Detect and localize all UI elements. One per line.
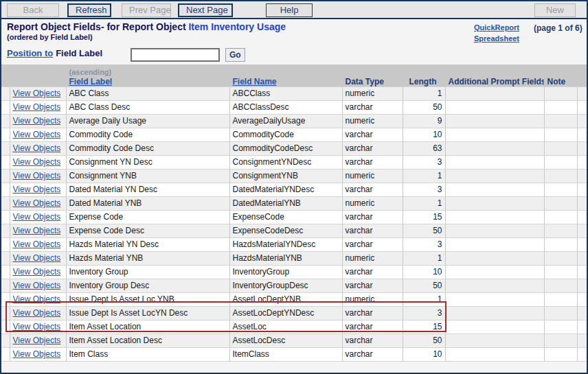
row-gutter-cell [1, 155, 10, 169]
length-cell: 1 [403, 251, 445, 265]
table-row: View ObjectsHazds Material YNBHazdsMater… [1, 251, 587, 265]
length-cell: 9 [403, 114, 445, 128]
view-objects-link[interactable]: View Objects [13, 102, 61, 112]
view-objects-link[interactable]: View Objects [13, 267, 61, 277]
view-objects-link[interactable]: View Objects [13, 281, 61, 290]
length-cell: 50 [403, 100, 445, 114]
field-label-cell: Issue Dept Is Asset Loc YNB [66, 292, 229, 306]
additional-prompt-fields-cell [445, 237, 544, 251]
quickreport-link[interactable]: QuickReport [474, 22, 529, 33]
view-objects-cell: View Objects [10, 100, 66, 114]
row-filler-cell [577, 210, 587, 224]
row-gutter-cell [1, 237, 10, 251]
view-objects-link[interactable]: View Objects [13, 322, 61, 331]
field-name-cell: DatedMaterialYNB [229, 196, 342, 210]
length-cell: 15 [403, 320, 445, 334]
refresh-button[interactable]: Refresh [67, 3, 111, 17]
data-type-cell: varchar [342, 347, 403, 361]
note-cell [544, 279, 577, 292]
field-name-cell: InventoryGroupDesc [229, 279, 342, 292]
table-row: View ObjectsItem Asset Location DescAsse… [1, 334, 587, 347]
position-to-link[interactable]: Position to [7, 48, 53, 58]
additional-prompt-fields-cell [445, 141, 544, 155]
view-objects-link[interactable]: View Objects [13, 185, 61, 194]
field-label-sort-link[interactable]: Field Label [69, 77, 113, 86]
spreadsheet-link[interactable]: Spreadsheet [474, 33, 529, 44]
go-button[interactable]: Go [225, 48, 245, 62]
header-filler [577, 65, 587, 86]
sort-ascending-indicator: (ascending) [69, 68, 227, 77]
view-objects-link[interactable]: View Objects [13, 294, 61, 304]
row-filler-cell [577, 347, 587, 361]
data-type-cell: numeric [342, 196, 403, 210]
view-objects-link[interactable]: View Objects [13, 253, 61, 263]
field-name-cell: HazdsMaterialYNB [229, 251, 342, 265]
additional-prompt-fields-cell [445, 169, 544, 183]
row-gutter-cell [1, 265, 10, 279]
note-cell [544, 320, 577, 334]
note-cell [544, 141, 577, 155]
data-type-cell: varchar [342, 237, 403, 251]
view-objects-cell: View Objects [10, 196, 66, 210]
view-objects-link[interactable]: View Objects [13, 130, 61, 139]
help-button[interactable]: Help [266, 3, 313, 17]
row-filler-cell [577, 279, 587, 292]
data-type-cell: numeric [342, 86, 403, 100]
new-button[interactable]: New [534, 3, 576, 17]
length-cell: 3 [403, 237, 445, 251]
prev-page-button[interactable]: Prev Page [122, 3, 171, 17]
view-objects-cell: View Objects [10, 306, 66, 320]
length-cell: 1 [403, 196, 445, 210]
field-label-cell: Expense Code Desc [66, 224, 229, 237]
length-cell: 1 [403, 86, 445, 100]
table-row: View ObjectsDated Material YN DescDatedM… [1, 183, 587, 196]
table-row: View ObjectsABC Class DescABCClassDescva… [1, 100, 587, 114]
field-label-cell: Consignment YNB [66, 169, 229, 183]
field-name-cell: ExpenseCode [229, 210, 342, 224]
field-label-cell: Item Asset Location Desc [66, 334, 229, 347]
row-gutter-cell [1, 169, 10, 183]
view-objects-link[interactable]: View Objects [13, 336, 61, 345]
note-cell [544, 114, 577, 128]
field-name-cell: AverageDailyUsage [229, 114, 342, 128]
view-objects-link[interactable]: View Objects [13, 212, 61, 222]
table-row: View ObjectsCommodity Code DescCommodity… [1, 141, 587, 155]
view-objects-cell: View Objects [10, 334, 66, 347]
row-gutter-cell [1, 347, 10, 361]
view-objects-link[interactable]: View Objects [13, 198, 61, 208]
table-row: View ObjectsABC ClassABCClassnumeric1 [1, 86, 587, 100]
additional-prompt-fields-cell [445, 128, 544, 141]
field-name-cell: ExpenseCodeDesc [229, 224, 342, 237]
view-objects-link[interactable]: View Objects [13, 171, 61, 180]
view-objects-link[interactable]: View Objects [13, 239, 61, 249]
row-gutter-cell [1, 128, 10, 141]
row-gutter-cell [1, 334, 10, 347]
view-objects-cell: View Objects [10, 237, 66, 251]
note-cell [544, 347, 577, 361]
header-data-type: Data Type [342, 65, 403, 86]
position-to-input[interactable] [131, 48, 220, 62]
field-label-cell: Average Daily Usage [66, 114, 229, 128]
data-type-cell: numeric [342, 251, 403, 265]
field-name-sort-link[interactable]: Field Name [233, 77, 277, 86]
header-additional-prompt-fields: Additional Prompt Fields [445, 65, 544, 86]
view-objects-link[interactable]: View Objects [13, 308, 61, 318]
table-row: View ObjectsItem ClassItemClassvarchar10 [1, 347, 587, 361]
view-objects-link[interactable]: View Objects [13, 143, 61, 153]
view-objects-link[interactable]: View Objects [13, 116, 61, 126]
field-name-cell: ItemClass [229, 347, 342, 361]
note-cell [544, 196, 577, 210]
view-objects-link[interactable]: View Objects [13, 349, 61, 359]
view-objects-cell: View Objects [10, 114, 66, 128]
back-button[interactable]: Back [7, 3, 59, 17]
row-filler-cell [577, 100, 587, 114]
view-objects-link[interactable]: View Objects [13, 157, 61, 167]
report-object-name: Item Inventory Usage [188, 21, 286, 32]
data-type-cell: numeric [342, 114, 403, 128]
row-filler-cell [577, 237, 587, 251]
additional-prompt-fields-cell [445, 292, 544, 306]
next-page-button[interactable]: Next Page [178, 3, 233, 17]
view-objects-link[interactable]: View Objects [13, 89, 61, 98]
table-row: View ObjectsConsignment YN DescConsignme… [1, 155, 587, 169]
view-objects-link[interactable]: View Objects [13, 226, 61, 235]
